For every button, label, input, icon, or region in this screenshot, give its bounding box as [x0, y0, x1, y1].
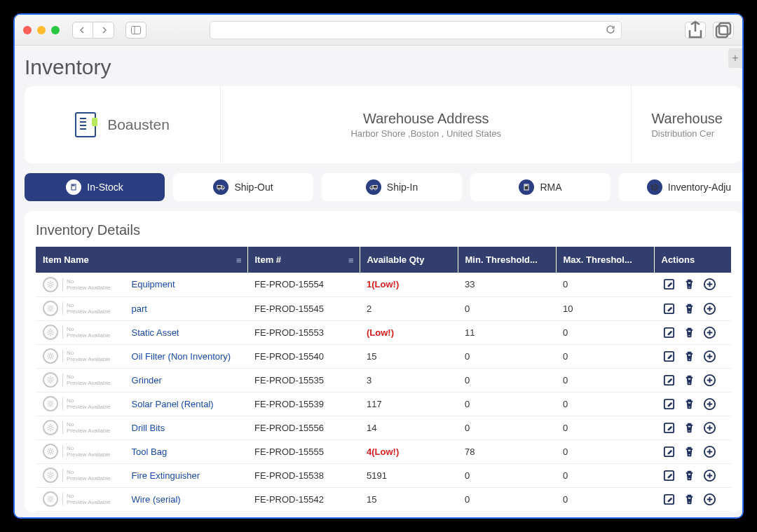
item-number: FE-PROD-15556	[247, 416, 360, 439]
max-threshold: 0	[556, 368, 654, 392]
col-max-threshold[interactable]: Max. Threshol...	[556, 247, 654, 273]
add-button[interactable]	[702, 491, 717, 507]
tab-in-stock[interactable]: In-Stock	[25, 173, 165, 201]
item-name-link[interactable]: Equipment	[132, 279, 175, 289]
col-available-qty[interactable]: Available Qty	[360, 247, 458, 273]
delete-button[interactable]	[681, 277, 697, 292]
table-row: NoPreview AvailableOil Filter (Non Inven…	[36, 344, 731, 368]
tab-label: Inventory-Adju	[668, 182, 731, 193]
back-button[interactable]	[72, 22, 93, 39]
col-item-name[interactable]: Item Name≡	[36, 247, 247, 273]
edit-button[interactable]	[661, 348, 676, 364]
add-button[interactable]	[702, 348, 717, 364]
item-name-link[interactable]: Grinder	[132, 375, 162, 386]
share-button[interactable]	[685, 22, 706, 39]
warehouse-address-label: Warehouse Address	[363, 111, 489, 127]
maximize-window-icon[interactable]	[51, 26, 60, 34]
edit-button[interactable]	[661, 301, 676, 316]
edit-button[interactable]	[661, 396, 676, 411]
max-threshold: 0	[556, 463, 654, 487]
svg-point-28	[49, 378, 52, 381]
edit-button[interactable]	[661, 325, 676, 340]
no-preview-label: NoPreview Available	[62, 445, 111, 458]
inventory-details-title: Inventory Details	[25, 222, 742, 247]
delete-button[interactable]	[681, 348, 697, 364]
tab-inventory-adju[interactable]: Inventory-Adju	[619, 173, 742, 201]
delete-button[interactable]	[681, 420, 697, 435]
table-row: NoPreview AvailableDrill BitsFE-PROD-155…	[36, 416, 731, 439]
delete-button[interactable]	[681, 444, 697, 459]
add-button[interactable]	[702, 468, 717, 483]
svg-point-16	[49, 283, 52, 286]
table-row: NoPreview AvailableOil Tank (Rental)FE-P…	[36, 511, 731, 512]
table-row: NoPreview AvailablepartFE-PROD-155452010	[36, 296, 731, 320]
minimize-window-icon[interactable]	[37, 26, 46, 34]
close-window-icon[interactable]	[23, 26, 32, 34]
available-qty: 15	[360, 344, 458, 368]
add-button[interactable]	[702, 396, 717, 411]
tab-ship-out[interactable]: Ship-Out	[173, 173, 313, 201]
item-name-link[interactable]: Fire Extinguisher	[132, 470, 200, 481]
item-name-link[interactable]: Wire (serial)	[132, 494, 181, 505]
edit-button[interactable]	[661, 420, 676, 435]
svg-point-43	[49, 498, 52, 500]
tab-rma[interactable]: RMA	[470, 173, 611, 201]
column-menu-icon[interactable]: ≡	[348, 254, 354, 265]
item-name-link[interactable]: Tool Bag	[132, 446, 168, 457]
sidebar-toggle-button[interactable]	[125, 22, 146, 39]
tab-label: RMA	[540, 182, 561, 193]
col-min-threshold[interactable]: Min. Threshold...	[458, 247, 556, 273]
item-name-link[interactable]: Oil Filter (Non Inventory)	[132, 351, 231, 362]
edit-button[interactable]	[661, 444, 676, 459]
add-button[interactable]	[702, 301, 717, 316]
svg-point-34	[49, 426, 52, 429]
address-bar[interactable]	[210, 21, 622, 39]
svg-point-19	[49, 307, 52, 310]
delete-button[interactable]	[681, 301, 697, 316]
column-menu-icon[interactable]: ≡	[236, 254, 242, 265]
max-threshold: 10	[556, 296, 654, 320]
min-threshold: 0	[458, 463, 556, 487]
max-threshold: 0	[556, 416, 654, 439]
no-preview-label: NoPreview Available	[62, 397, 111, 410]
add-button[interactable]	[702, 420, 717, 435]
add-button[interactable]	[702, 372, 717, 388]
add-button[interactable]	[702, 444, 717, 459]
max-threshold: 0	[556, 392, 654, 416]
item-number: FE-PROD-15543	[247, 511, 360, 512]
edit-button[interactable]	[661, 491, 676, 507]
tab-ship-in[interactable]: Ship-In	[322, 173, 462, 201]
col-actions: Actions	[654, 247, 731, 273]
item-name-link[interactable]: Drill Bits	[132, 423, 165, 433]
delete-button[interactable]	[681, 491, 697, 507]
forward-button[interactable]	[93, 22, 114, 39]
min-threshold: 0	[458, 344, 556, 368]
svg-rect-3	[719, 23, 730, 34]
edit-button[interactable]	[661, 468, 676, 483]
edit-button[interactable]	[661, 277, 676, 292]
svg-point-25	[49, 355, 52, 357]
col-item-number[interactable]: Item #≡	[247, 247, 360, 273]
delete-button[interactable]	[681, 396, 697, 411]
svg-point-12	[374, 188, 376, 190]
item-name-link[interactable]: Static Asset	[132, 327, 179, 338]
new-tab-button[interactable]: +	[728, 48, 742, 68]
tabs-button[interactable]	[713, 22, 734, 39]
delete-button[interactable]	[681, 468, 697, 483]
item-number: FE-PROD-15538	[247, 463, 360, 487]
delete-button[interactable]	[681, 372, 697, 388]
browser-toolbar	[15, 15, 742, 46]
refresh-icon[interactable]	[606, 25, 615, 37]
delete-button[interactable]	[681, 325, 697, 340]
add-button[interactable]	[702, 277, 717, 292]
add-button[interactable]	[702, 325, 717, 340]
available-qty: 3	[360, 368, 458, 392]
gear-icon	[43, 277, 58, 292]
item-name-link[interactable]: part	[132, 303, 147, 314]
min-threshold: 0	[458, 392, 556, 416]
item-name-link[interactable]: Solar Panel (Rental)	[132, 399, 214, 409]
edit-button[interactable]	[661, 372, 676, 388]
svg-rect-15	[526, 185, 527, 186]
building-icon	[66, 179, 81, 195]
min-threshold: 78	[458, 439, 556, 463]
